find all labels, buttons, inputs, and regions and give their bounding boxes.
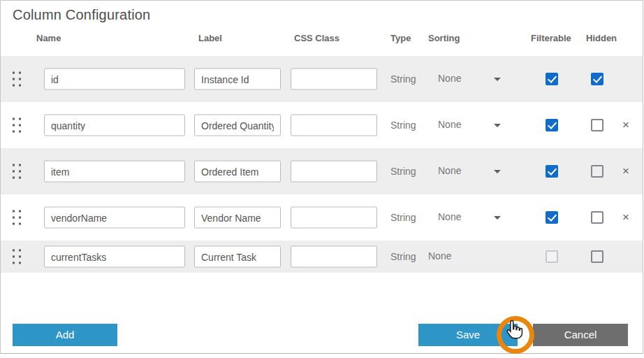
hidden-checkbox[interactable]: [591, 250, 603, 263]
filterable-checkbox[interactable]: [546, 165, 558, 178]
table-header: Name Label CSS Class Type Sorting Filter…: [1, 33, 643, 50]
column-rows: String None String None ×: [1, 56, 643, 273]
sorting-select[interactable]: None: [438, 72, 503, 86]
filterable-checkbox[interactable]: [546, 211, 558, 224]
column-name-input[interactable]: [44, 246, 185, 268]
drag-handle-icon[interactable]: [13, 250, 22, 264]
drag-handle-icon[interactable]: [13, 210, 22, 225]
column-css-class-input[interactable]: [291, 69, 377, 90]
hidden-checkbox[interactable]: [591, 73, 603, 85]
sorting-select[interactable]: None: [438, 210, 503, 224]
header-label: Label: [198, 33, 222, 43]
column-name-input[interactable]: [44, 115, 185, 136]
cancel-button[interactable]: Cancel: [533, 324, 628, 346]
column-row: String None ×: [1, 102, 643, 148]
column-label-input[interactable]: [194, 161, 281, 182]
header-name: Name: [36, 33, 61, 43]
dialog-title: Column Configuration: [13, 7, 150, 23]
column-label-input[interactable]: [194, 115, 281, 136]
filterable-checkbox[interactable]: [546, 119, 558, 131]
column-name-input[interactable]: [44, 69, 185, 90]
column-row: String None: [1, 56, 643, 102]
chevron-down-icon: [494, 78, 501, 81]
sorting-value: None: [438, 119, 461, 130]
save-button[interactable]: Save: [418, 324, 518, 346]
chevron-down-icon: [494, 124, 501, 127]
delete-row-icon[interactable]: ×: [620, 118, 631, 132]
sorting-select[interactable]: None: [438, 164, 503, 178]
column-css-class-input[interactable]: [291, 161, 377, 182]
delete-row-icon[interactable]: ×: [620, 210, 631, 224]
sorting-value: None: [438, 211, 461, 222]
column-label-input[interactable]: [194, 246, 281, 268]
column-name-input[interactable]: [44, 207, 185, 229]
hidden-checkbox[interactable]: [591, 119, 603, 131]
filterable-checkbox[interactable]: [546, 73, 558, 85]
sorting-value: None: [438, 73, 461, 84]
sorting-select[interactable]: None: [438, 118, 503, 132]
column-row: String None: [1, 241, 643, 273]
column-configuration-dialog: Column Configuration Name Label CSS Clas…: [0, 0, 643, 354]
header-hidden: Hidden: [586, 33, 617, 43]
delete-row-icon[interactable]: ×: [620, 164, 631, 178]
drag-handle-icon[interactable]: [13, 164, 22, 179]
column-css-class-input[interactable]: [291, 115, 377, 136]
type-value: String: [390, 120, 416, 131]
drag-handle-icon[interactable]: [13, 72, 22, 87]
hidden-checkbox[interactable]: [591, 211, 603, 224]
drag-handle-icon[interactable]: [13, 118, 22, 133]
column-css-class-input[interactable]: [291, 246, 377, 268]
header-css-class: CSS Class: [294, 33, 339, 43]
type-value: String: [390, 212, 416, 223]
chevron-down-icon: [494, 170, 501, 173]
sorting-select: None: [428, 250, 493, 264]
header-sorting: Sorting: [428, 33, 460, 43]
column-name-input[interactable]: [44, 161, 185, 182]
type-value: String: [390, 73, 416, 85]
column-css-class-input[interactable]: [291, 207, 377, 229]
hidden-checkbox[interactable]: [591, 165, 603, 178]
column-label-input[interactable]: [194, 207, 281, 229]
type-value: String: [390, 166, 416, 177]
header-filterable: Filterable: [531, 33, 571, 43]
sorting-value: None: [428, 250, 451, 262]
sorting-value: None: [438, 165, 461, 176]
column-row: String None ×: [1, 194, 643, 241]
column-row: String None ×: [1, 148, 643, 194]
header-type: Type: [390, 33, 411, 43]
type-value: String: [390, 251, 416, 262]
add-button[interactable]: Add: [13, 324, 117, 346]
chevron-down-icon: [494, 216, 501, 220]
column-label-input[interactable]: [194, 69, 281, 90]
filterable-checkbox: [546, 250, 558, 263]
